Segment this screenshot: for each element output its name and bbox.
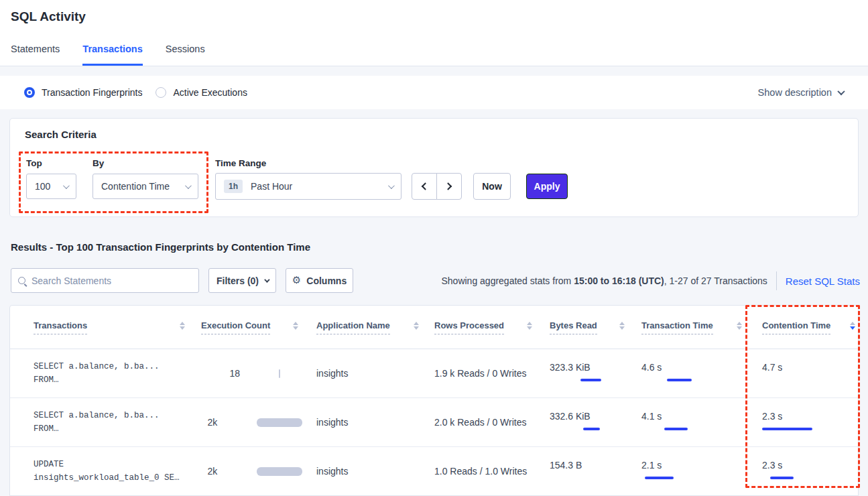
contention-time-value: 2.3 s (762, 411, 849, 422)
transaction-time-value: 2.1 s (641, 460, 729, 471)
bytes-read-cell: 323.3 KiB (550, 349, 630, 397)
column-header-execution-count[interactable]: Execution Count (201, 306, 308, 349)
radio-unselected-icon[interactable] (156, 87, 166, 98)
column-header-contention-time[interactable]: Contention Time (762, 306, 849, 349)
sort-icon[interactable] (414, 322, 419, 330)
table-row: SELECT a.balance, b.ba... FROM… 18 insig… (10, 349, 858, 398)
application-name-cell: insights (316, 447, 417, 495)
execution-count-value: 2k (208, 417, 257, 428)
contention-time-value: 4.7 s (762, 362, 849, 373)
chevron-left-icon (422, 182, 429, 190)
transaction-time-value: 4.6 s (641, 362, 729, 373)
column-label: Rows Processed (434, 320, 504, 334)
sql-activity-page: SQL Activity Statements Transactions Ses… (0, 0, 868, 496)
contention-time-stddev-line (762, 428, 812, 430)
application-name: insights (316, 417, 417, 428)
gear-icon: ⚙ (292, 275, 301, 286)
reset-sql-stats-link[interactable]: Reset SQL Stats (786, 275, 860, 287)
transaction-fingerprint-link[interactable]: SELECT a.balance, b.ba... FROM… (34, 349, 188, 397)
sql-line-2[interactable]: FROM… (34, 422, 188, 436)
contention-time-value: 2.3 s (762, 460, 849, 471)
transaction-time-stddev-line (664, 428, 688, 430)
by-select[interactable]: Contention Time (92, 174, 198, 199)
application-name-cell: insights (316, 349, 417, 397)
transaction-time-stddev-line (667, 379, 692, 381)
sql-line-2[interactable]: insights_workload_table_0 SE… (34, 471, 188, 485)
time-nav-buttons (412, 173, 462, 200)
rows-processed-value: 2.0 k Reads / 0 Writes (434, 417, 542, 428)
transaction-fingerprint-link[interactable]: SELECT a.balance, b.ba... FROM… (34, 398, 188, 446)
transaction-fingerprint-link[interactable]: UPDATE insights_workload_table_0 SE… (34, 447, 188, 495)
sql-line-2[interactable]: FROM… (34, 373, 188, 387)
sql-line-1[interactable]: SELECT a.balance, b.ba... (34, 360, 188, 373)
bytes-read-value: 323.3 KiB (550, 362, 630, 373)
application-name: insights (316, 368, 417, 379)
search-statements-box[interactable] (11, 268, 199, 293)
tab-sessions[interactable]: Sessions (166, 44, 205, 66)
search-statements-input[interactable] (32, 275, 192, 286)
column-label: Contention Time (762, 320, 830, 334)
filters-button[interactable]: Filters (0) (208, 268, 276, 293)
column-label: Transactions (34, 320, 87, 334)
transaction-time-cell: 4.1 s (641, 398, 729, 446)
radio-active-executions[interactable]: Active Executions (156, 87, 247, 98)
contention-time-cell: 2.3 s (762, 447, 849, 495)
results-heading: Results - Top 100 Transaction Fingerprin… (11, 241, 310, 253)
top-select-value: 100 (35, 181, 50, 192)
rows-processed-value: 1.0 Reads / 1.0 Writes (434, 466, 542, 477)
next-time-button[interactable] (436, 173, 462, 200)
column-header-transactions[interactable]: Transactions (34, 306, 188, 349)
execution-count-value: 18 (230, 368, 279, 379)
execution-count-bar (257, 467, 302, 476)
chevron-down-icon (264, 277, 269, 282)
column-header-application-name[interactable]: Application Name (316, 306, 417, 349)
sort-icon-active-desc[interactable] (850, 322, 855, 330)
column-header-transaction-time[interactable]: Transaction Time (641, 306, 729, 349)
vertical-divider (776, 271, 777, 290)
filters-label: Filters (0) (216, 275, 259, 286)
rows-processed-cell: 1.9 k Reads / 0 Writes (434, 349, 542, 397)
time-range-select[interactable]: 1h Past Hour (215, 173, 401, 200)
rows-processed-cell: 1.0 Reads / 1.0 Writes (434, 447, 542, 495)
sort-icon[interactable] (180, 322, 185, 330)
chevron-right-icon (444, 182, 452, 190)
tab-bar: Statements Transactions Sessions (11, 44, 205, 66)
sort-icon[interactable] (619, 322, 625, 330)
radio-label: Active Executions (173, 87, 247, 98)
table-row: SELECT a.balance, b.ba... FROM… 2k insig… (10, 398, 858, 447)
apply-button[interactable]: Apply (526, 174, 568, 199)
contention-time-cell: 2.3 s (762, 398, 849, 446)
sort-icon[interactable] (293, 322, 298, 330)
previous-time-button[interactable] (412, 173, 437, 200)
column-header-rows-processed[interactable]: Rows Processed (434, 306, 542, 349)
sql-line-1[interactable]: SELECT a.balance, b.ba... (34, 409, 188, 422)
now-button[interactable]: Now (473, 173, 511, 200)
columns-button[interactable]: ⚙ Columns (286, 268, 353, 293)
sort-icon[interactable] (737, 322, 742, 330)
time-range-value: Past Hour (251, 181, 292, 192)
column-label: Application Name (316, 320, 390, 334)
sql-line-1[interactable]: UPDATE (34, 458, 188, 471)
execution-count-bar (257, 418, 302, 427)
stats-time-range: 15:00 to 16:18 (UTC) (574, 275, 664, 286)
execution-count-cell: 2k (201, 398, 308, 446)
tab-statements[interactable]: Statements (11, 44, 60, 66)
search-criteria-title: Search Criteria (25, 129, 97, 140)
top-select[interactable]: 100 (26, 174, 76, 199)
sort-icon[interactable] (527, 322, 532, 330)
show-description-toggle[interactable]: Show description (758, 76, 844, 109)
column-label: Bytes Read (550, 320, 597, 334)
by-select-value: Contention Time (101, 181, 170, 192)
radio-selected-icon[interactable] (24, 87, 35, 98)
stats-prefix: Showing aggregated stats from (441, 275, 574, 286)
bytes-read-value: 154.3 B (550, 460, 630, 471)
column-header-bytes-read[interactable]: Bytes Read (550, 306, 630, 349)
transaction-time-cell: 2.1 s (641, 447, 729, 495)
transaction-time-cell: 4.6 s (641, 349, 729, 397)
radio-transaction-fingerprints[interactable]: Transaction Fingerprints (24, 87, 142, 98)
rows-processed-value: 1.9 k Reads / 0 Writes (434, 368, 542, 379)
bytes-read-stddev-line (583, 428, 600, 430)
bytes-read-cell: 154.3 B (550, 447, 630, 495)
tab-transactions[interactable]: Transactions (82, 44, 142, 66)
transaction-time-stddev-line (645, 477, 674, 479)
